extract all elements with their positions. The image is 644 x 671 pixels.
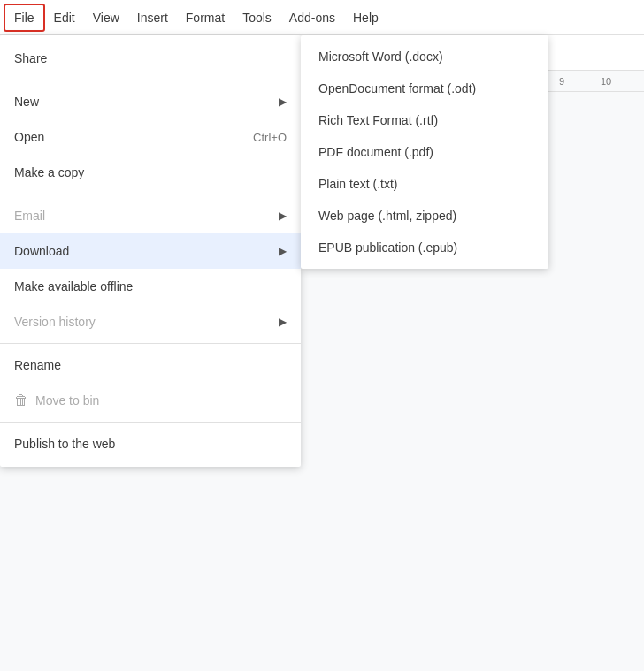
menu-addons[interactable]: Add-ons [280,5,344,30]
email-label: Email [14,209,45,223]
menu-file[interactable]: File [4,4,45,32]
menu-tools[interactable]: Tools [234,5,280,30]
version-history-label: Version history [14,315,96,329]
new-arrow-icon: ▶ [279,95,287,108]
version-history-arrow-icon: ▶ [279,316,287,328]
file-dropdown: Share New ▶ Open Ctrl+O Make a copy Emai… [0,35,301,467]
menu-item-download[interactable]: Download ▶ [0,233,301,269]
menu-item-publish-to-web[interactable]: Publish to the web [0,426,301,461]
menu-edit[interactable]: Edit [45,5,84,30]
menu-item-rename[interactable]: Rename [0,347,301,383]
move-to-bin-left: 🗑 Move to bin [14,393,99,408]
menu-item-version-history[interactable]: Version history ▶ [0,304,301,339]
download-epub[interactable]: EPUB publication (.epub) [301,232,548,263]
make-available-offline-label: Make available offline [14,279,133,294]
menu-bar: File Edit View Insert Format Tools Add-o… [0,0,644,35]
separator-1 [0,80,301,80]
separator-4 [0,422,301,423]
download-odt[interactable]: OpenDocument format (.odt) [301,72,548,104]
menu-format[interactable]: Format [177,5,234,30]
publish-to-web-label: Publish to the web [14,437,115,451]
move-to-bin-label: Move to bin [35,393,99,408]
download-submenu: Microsoft Word (.docx) OpenDocument form… [301,35,548,269]
download-label: Download [14,244,69,258]
open-shortcut: Ctrl+O [253,131,287,144]
make-a-copy-label: Make a copy [14,165,84,179]
trash-icon: 🗑 [14,393,28,408]
share-label: Share [14,51,47,65]
separator-3 [0,343,301,344]
menu-insert[interactable]: Insert [128,5,177,30]
menu-item-share[interactable]: Share [0,41,301,76]
email-arrow-icon: ▶ [279,210,287,222]
menu-item-make-a-copy[interactable]: Make a copy [0,155,301,190]
download-txt[interactable]: Plain text (.txt) [301,168,548,200]
open-label: Open [14,130,44,144]
menu-item-new[interactable]: New ▶ [0,84,301,119]
download-docx[interactable]: Microsoft Word (.docx) [301,41,548,72]
rename-label: Rename [14,358,61,372]
ruler-10: 10 [584,76,628,87]
menu-item-open[interactable]: Open Ctrl+O [0,119,301,155]
menu-item-move-to-bin[interactable]: 🗑 Move to bin [0,383,301,418]
menu-help[interactable]: Help [344,5,387,30]
new-label: New [14,95,39,109]
download-html[interactable]: Web page (.html, zipped) [301,200,548,232]
download-rtf[interactable]: Rich Text Format (.rtf) [301,104,548,136]
menu-item-make-available-offline[interactable]: Make available offline [0,269,301,304]
menu-item-email[interactable]: Email ▶ [0,198,301,233]
download-arrow-icon: ▶ [279,245,287,257]
download-pdf[interactable]: PDF document (.pdf) [301,136,548,168]
menu-view[interactable]: View [84,5,128,30]
separator-2 [0,194,301,194]
